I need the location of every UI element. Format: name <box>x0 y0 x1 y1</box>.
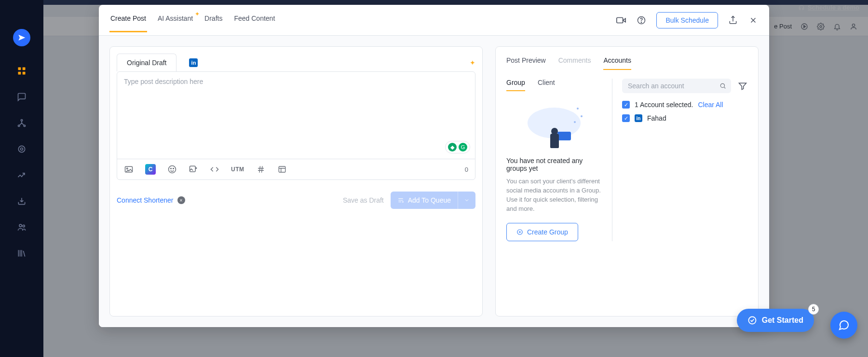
connect-shortener-label: Connect Shortener <box>117 196 174 204</box>
add-to-queue-menu[interactable] <box>458 192 475 209</box>
chart-icon <box>17 170 27 180</box>
connect-shortener-link[interactable]: Connect Shortener × <box>117 196 185 204</box>
svg-point-4 <box>21 120 22 121</box>
left-nav <box>0 0 43 357</box>
account-name: Fahad <box>647 114 666 122</box>
queue-icon <box>397 197 404 204</box>
composer-footer: Connect Shortener × Save as Draft Add To… <box>117 192 475 209</box>
nav-library[interactable] <box>16 248 27 259</box>
chat-fab[interactable] <box>830 312 857 339</box>
chevron-down-icon <box>464 197 470 203</box>
select-all-checkbox[interactable]: ✓ <box>622 101 630 109</box>
image-upload-icon[interactable] <box>189 165 198 174</box>
accounts-selected-row: ✓ 1 Account selected. Clear All <box>622 101 747 109</box>
shortener-info-icon: × <box>177 196 185 204</box>
bulk-schedule-button[interactable]: Bulk Schedule <box>656 12 718 28</box>
close-icon[interactable] <box>748 15 759 26</box>
hashtag-icon[interactable] <box>256 165 266 174</box>
svg-point-16 <box>641 22 642 22</box>
emoji-icon[interactable] <box>167 165 177 174</box>
post-textarea[interactable] <box>117 72 475 159</box>
svg-point-5 <box>18 125 20 126</box>
svg-rect-2 <box>18 72 21 75</box>
tab-create-post[interactable]: Create Post <box>109 8 147 32</box>
books-icon <box>17 248 27 258</box>
nav-analytics[interactable] <box>16 170 27 180</box>
account-checkbox[interactable]: ✓ <box>622 114 630 122</box>
grammarly-badge-icon[interactable]: G <box>459 143 467 151</box>
tab-feed-content[interactable]: Feed Content <box>233 8 276 32</box>
plus-circle-icon <box>516 229 523 235</box>
add-to-queue-button[interactable]: Add To Queue <box>391 192 458 209</box>
nav-team[interactable] <box>16 222 27 233</box>
grid-icon <box>17 66 27 76</box>
nav-target[interactable] <box>16 144 27 154</box>
subtab-client[interactable]: Client <box>538 79 555 91</box>
message-icon <box>17 92 27 102</box>
svg-rect-0 <box>18 68 21 70</box>
media-icon[interactable] <box>124 165 134 174</box>
subtab-group[interactable]: Group <box>506 79 525 91</box>
nav-download[interactable] <box>16 196 27 206</box>
empty-state-desc: You can sort your client's different soc… <box>506 177 602 213</box>
svg-point-20 <box>171 168 172 169</box>
composer-toolbar: C UTM 0 <box>117 159 475 179</box>
svg-point-19 <box>169 166 176 173</box>
get-started-label: Get Started <box>762 316 803 325</box>
add-to-queue-group: Add To Queue <box>391 192 475 209</box>
linkedin-icon: in <box>635 114 642 122</box>
filter-icon[interactable] <box>738 81 747 91</box>
modal-header: Create Post AI Assistant ✦ Drafts Feed C… <box>99 5 769 36</box>
tab-comments[interactable]: Comments <box>558 56 591 70</box>
tab-post-preview[interactable]: Post Preview <box>506 56 546 70</box>
accounts-list-panel: ✓ 1 Account selected. Clear All ✓ in Fah… <box>622 79 747 241</box>
svg-rect-14 <box>617 17 623 23</box>
video-icon[interactable] <box>616 15 626 26</box>
svg-point-8 <box>21 148 23 151</box>
network-icon <box>17 118 27 128</box>
tab-accounts[interactable]: Accounts <box>603 56 631 70</box>
nav-inbox[interactable] <box>16 92 27 102</box>
create-group-label: Create Group <box>527 228 568 236</box>
create-post-modal: Create Post AI Assistant ✦ Drafts Feed C… <box>99 5 769 327</box>
tab-drafts[interactable]: Drafts <box>203 8 223 32</box>
template-icon[interactable] <box>277 165 287 174</box>
groups-panel: Group Client You have not created any gr… <box>506 79 612 241</box>
nav-dashboard[interactable] <box>16 66 27 76</box>
tray-icon <box>17 196 27 206</box>
add-to-queue-label: Add To Queue <box>408 196 451 204</box>
search-icon[interactable] <box>719 82 726 89</box>
modal-body: Original Draft in ✦ ◆ G C UTM <box>99 36 769 327</box>
get-started-wrap: Get Started 5 <box>737 309 814 332</box>
svg-rect-1 <box>23 68 26 70</box>
canva-icon[interactable]: C <box>145 164 156 175</box>
empty-state-title: You have not created any groups yet <box>506 157 602 172</box>
draft-tabs: Original Draft in ✦ <box>117 54 475 71</box>
right-card-tabs: Post Preview Comments Accounts <box>506 56 747 70</box>
create-group-button[interactable]: Create Group <box>506 223 578 241</box>
svg-point-18 <box>126 168 128 169</box>
svg-point-21 <box>173 168 174 169</box>
composer: ◆ G C UTM 0 <box>117 71 475 180</box>
tab-ai-assistant[interactable]: AI Assistant ✦ <box>157 8 194 32</box>
code-icon[interactable] <box>210 165 219 174</box>
empty-illustration <box>526 105 583 148</box>
utm-button[interactable]: UTM <box>231 166 244 173</box>
clear-all-link[interactable]: Clear All <box>698 101 723 109</box>
get-started-button[interactable]: Get Started <box>737 309 814 332</box>
linkedin-chip[interactable]: in <box>189 58 198 67</box>
export-icon[interactable] <box>728 15 738 26</box>
draft-tab-original[interactable]: Original Draft <box>117 54 176 71</box>
account-search-input[interactable] <box>627 82 719 90</box>
magic-sparkle-icon[interactable]: ✦ <box>470 59 475 67</box>
app-logo[interactable] <box>13 29 30 46</box>
accounts-card: Post Preview Comments Accounts Group Cli… <box>495 46 759 316</box>
nav-network[interactable] <box>16 118 27 128</box>
help-icon[interactable] <box>636 15 647 26</box>
sparkle-icon: ✦ <box>195 11 200 17</box>
check-circle-icon <box>747 316 757 325</box>
shield-badge-icon[interactable]: ◆ <box>448 143 457 151</box>
save-as-draft-button[interactable]: Save as Draft <box>343 196 384 204</box>
svg-rect-23 <box>279 166 285 172</box>
svg-point-7 <box>18 146 25 152</box>
